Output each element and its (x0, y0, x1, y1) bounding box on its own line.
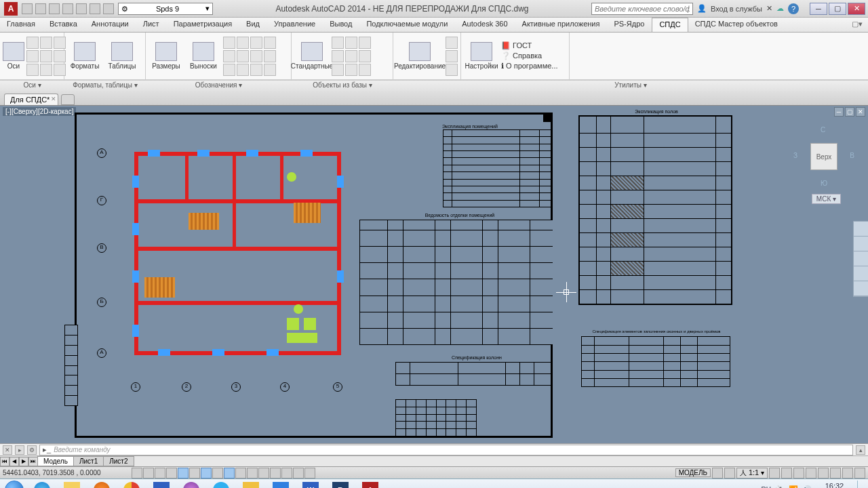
tab-manage[interactable]: Управление (267, 18, 323, 32)
viewport-maximize-icon[interactable]: ▢ (845, 107, 854, 117)
sb-osnap-icon[interactable] (178, 468, 189, 479)
taskbar-ie[interactable] (28, 481, 56, 489)
ribbon-small-btn[interactable] (359, 50, 371, 62)
callouts-button[interactable]: Выноски (186, 39, 221, 74)
tab-insert[interactable]: Вставка (43, 18, 85, 32)
taskbar-explorer[interactable] (58, 481, 86, 489)
ribbon-small-btn[interactable] (264, 50, 276, 62)
sb-scale[interactable]: 人 1:1 ▾ (736, 468, 768, 479)
qat-redo-icon[interactable] (103, 3, 114, 14)
qat-print-icon[interactable] (76, 3, 87, 14)
sb-lock-icon[interactable] (806, 468, 816, 479)
viewcube-top[interactable]: Верх (810, 143, 837, 170)
ribbon-small-btn[interactable] (250, 50, 262, 62)
sb-otrack-icon[interactable] (201, 468, 212, 479)
sb-ducs-icon[interactable] (212, 468, 223, 479)
sb-extra-icon[interactable] (293, 468, 304, 479)
tab-annotate[interactable]: Аннотации (85, 18, 136, 32)
nav-zoom-icon[interactable] (854, 251, 868, 266)
axes-button[interactable]: Оси (3, 39, 24, 74)
ribbon-small-btn[interactable] (345, 64, 357, 76)
tab-view[interactable]: Вид (239, 18, 267, 32)
ribbon-small-btn[interactable] (26, 50, 39, 62)
qat-saveas-icon[interactable] (62, 3, 73, 14)
sb-lwt-icon[interactable] (235, 468, 246, 479)
nav-pan-icon[interactable] (854, 237, 868, 251)
sb-annoscale-icon[interactable] (769, 468, 780, 479)
ribbon-small-btn[interactable] (223, 64, 235, 76)
ribbon-small-btn[interactable] (264, 37, 276, 49)
viewcube-east[interactable]: В (850, 152, 854, 159)
viewcube[interactable]: С Ю В З Верх (793, 126, 854, 187)
settings-button[interactable]: Настройки (464, 39, 499, 74)
qat-open-icon[interactable] (35, 3, 46, 14)
panel-title-notes[interactable]: Обозначения ▾ (146, 81, 292, 91)
file-tab-active[interactable]: Для СПДС*✕ (4, 94, 58, 105)
sb-am-icon[interactable] (281, 468, 292, 479)
command-input[interactable]: ▸_ Введите команду (39, 445, 853, 455)
tab-active-apps[interactable]: Активные приложения (515, 18, 608, 32)
ribbon-small-btn[interactable] (250, 64, 262, 76)
sb-qp-icon[interactable] (258, 468, 269, 479)
exchange-icon[interactable]: ✕ (766, 4, 772, 13)
ribbon-small-btn[interactable] (446, 64, 458, 76)
maximize-button[interactable]: ▢ (829, 3, 846, 15)
sb-tray-icon[interactable] (854, 468, 865, 479)
sb-polar-icon[interactable] (166, 468, 177, 479)
search-input[interactable] (591, 3, 693, 15)
ribbon-small-btn[interactable] (237, 37, 249, 49)
ribbon-small-btn[interactable] (223, 50, 235, 62)
stayconnected-icon[interactable]: ☁ (776, 4, 784, 13)
tab-plugins[interactable]: Подключаемые модули (359, 18, 455, 32)
sb-dyn-icon[interactable] (224, 468, 235, 479)
ribbon-small-btn[interactable] (223, 37, 235, 49)
ribbon-small-btn[interactable] (332, 37, 344, 49)
tab-layout1[interactable]: Лист1 (73, 456, 104, 466)
tab-ps-core[interactable]: PS-Ядро (607, 18, 652, 32)
signin-link[interactable]: Вход в службы (711, 5, 762, 13)
ribbon-small-btn[interactable] (359, 37, 371, 49)
sb-quickview-icon[interactable] (712, 468, 723, 479)
ribbon-small-btn[interactable] (332, 50, 344, 62)
tray-network-icon[interactable]: 📶 (789, 485, 798, 489)
ribbon-small-btn[interactable] (237, 64, 249, 76)
panel-title-objects[interactable]: Объекты из базы ▾ (292, 81, 393, 91)
ribbon-small-btn[interactable] (446, 37, 458, 49)
ribbon-small-btn[interactable] (40, 37, 52, 49)
qat-new-icon[interactable] (22, 3, 33, 14)
panel-title-formats[interactable]: Форматы, таблицы ▾ (64, 81, 146, 91)
start-button[interactable] (1, 481, 27, 489)
cmdline-close-icon[interactable]: ✕ (3, 445, 12, 455)
tab-model[interactable]: Модель (37, 456, 74, 466)
new-tab-button[interactable] (61, 94, 75, 105)
tab-layout2[interactable]: Лист2 (103, 456, 134, 466)
drawing-area[interactable]: [-][Сверху][2D-каркас] ─ ▢ ✕ С Ю В З Вер… (0, 106, 868, 443)
sb-ws-icon[interactable] (793, 468, 804, 479)
tab-nav-next-icon[interactable]: ▶ (19, 457, 28, 466)
help-icon[interactable]: ? (788, 3, 799, 14)
taskbar-autocad[interactable]: A (356, 481, 384, 489)
ribbon-small-btn[interactable] (250, 37, 262, 49)
viewcube-north[interactable]: С (821, 126, 825, 134)
ribbon-small-btn[interactable] (264, 64, 276, 76)
ribbon-small-btn[interactable] (26, 64, 39, 76)
ribbon-small-btn[interactable] (40, 50, 52, 62)
sb-hw-icon[interactable] (818, 468, 829, 479)
sb-snap-icon[interactable] (132, 468, 142, 479)
minimize-button[interactable]: ─ (810, 3, 827, 15)
tray-expand-icon[interactable]: ▴ (753, 485, 757, 488)
taskbar-app1[interactable] (177, 481, 205, 489)
close-icon[interactable]: ✕ (51, 96, 56, 102)
standard-button[interactable]: Стандартные (294, 39, 330, 74)
taskbar-skype[interactable] (207, 481, 235, 489)
cmdline-options-icon[interactable]: ⚙ (27, 445, 37, 455)
tab-a360[interactable]: Autodesk 360 (455, 18, 515, 32)
ribbon-small-btn[interactable] (345, 37, 357, 49)
sb-quickview2-icon[interactable] (724, 468, 735, 479)
nav-showmotion-icon[interactable] (854, 281, 868, 296)
panel-title-utils[interactable]: Утилиты ▾ (393, 81, 868, 91)
cmdline-history-icon[interactable]: ▸ (15, 445, 24, 455)
tab-home[interactable]: Главная (0, 18, 43, 32)
sb-clean-icon[interactable] (842, 468, 853, 479)
cmdline-expand-icon[interactable]: ▴ (856, 445, 865, 455)
